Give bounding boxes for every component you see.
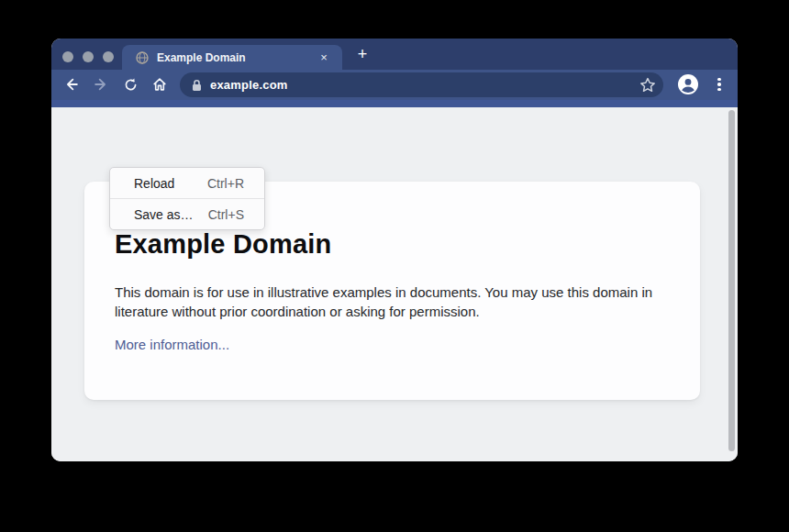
forward-icon[interactable] — [90, 73, 112, 95]
context-menu-item-reload[interactable]: Reload Ctrl+R — [110, 168, 264, 198]
toolbar-accent-strip — [51, 100, 738, 107]
more-information-link[interactable]: More information... — [115, 337, 229, 352]
page-title: Example Domain — [115, 229, 659, 260]
reload-icon[interactable] — [119, 73, 141, 95]
scrollbar[interactable] — [728, 110, 735, 451]
lock-icon[interactable] — [192, 79, 202, 92]
context-menu-item-save-as[interactable]: Save as… Ctrl+S — [110, 199, 264, 229]
titlebar[interactable]: Example Domain × + — [51, 39, 738, 70]
menu-item-shortcut: Ctrl+R — [207, 176, 244, 191]
home-icon[interactable] — [149, 73, 171, 95]
window-maximize-button[interactable] — [103, 51, 114, 62]
browser-menu-icon[interactable] — [714, 74, 725, 94]
tab-close-icon[interactable]: × — [317, 50, 331, 65]
menu-item-label: Reload — [134, 176, 174, 191]
desktop-background: Example Domain × + — [0, 0, 789, 532]
window-close-button[interactable] — [62, 51, 73, 62]
bookmark-star-icon[interactable] — [639, 76, 657, 94]
window-minimize-button[interactable] — [83, 51, 94, 62]
url-text[interactable]: example.com — [210, 78, 639, 92]
browser-window: Example Domain × + — [51, 39, 738, 461]
profile-avatar-icon[interactable] — [677, 73, 699, 95]
tab-title: Example Domain — [157, 51, 317, 64]
page-viewport: Example Domain This domain is for use in… — [51, 107, 738, 461]
globe-favicon-icon — [136, 51, 149, 64]
new-tab-button[interactable]: + — [352, 45, 372, 65]
menu-item-label: Save as… — [134, 207, 194, 222]
page-paragraph: This domain is for use in illustrative e… — [115, 283, 654, 321]
tab-example-domain[interactable]: Example Domain × — [122, 45, 342, 70]
address-bar[interactable]: example.com — [180, 72, 663, 97]
back-icon[interactable] — [61, 73, 83, 95]
menu-item-shortcut: Ctrl+S — [208, 207, 244, 222]
toolbar: example.com — [51, 70, 738, 100]
context-menu: Reload Ctrl+R Save as… Ctrl+S — [109, 167, 265, 230]
